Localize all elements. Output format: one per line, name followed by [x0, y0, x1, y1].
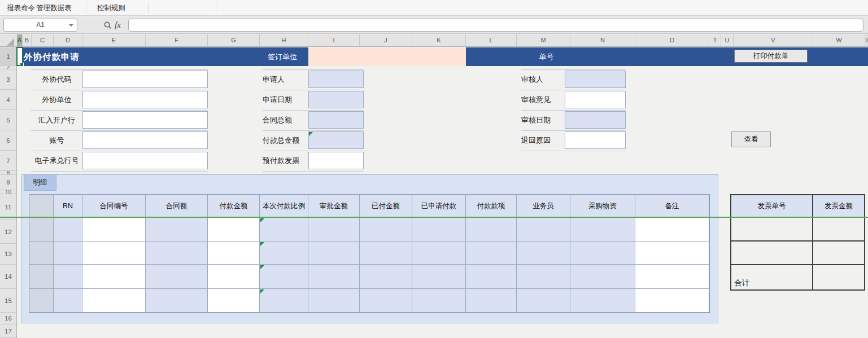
form-left-input-1[interactable]: [82, 91, 208, 108]
detail-cell-r2-c11[interactable]: [570, 265, 635, 289]
detail-cell-r3-c10[interactable]: [517, 289, 570, 313]
column-header-E[interactable]: E: [82, 34, 146, 46]
detail-cell-r2-c0[interactable]: [29, 265, 54, 289]
column-header-W[interactable]: W: [813, 34, 865, 46]
row-header-14[interactable]: 14: [0, 265, 16, 289]
row-header-13[interactable]: 13: [0, 244, 16, 265]
row-header-3[interactable]: 3: [0, 69, 16, 90]
form-left-input-2[interactable]: [82, 111, 208, 129]
detail-cell-r2-c7[interactable]: [360, 265, 412, 289]
select-all-corner-icon[interactable]: [7, 38, 14, 46]
form-right-input-2[interactable]: [565, 111, 626, 129]
detail-header-4[interactable]: 付款金额: [208, 195, 260, 218]
detail-header-5[interactable]: 本次付款比例: [260, 195, 308, 218]
detail-header-11[interactable]: 采购物资: [570, 195, 635, 218]
column-header-G[interactable]: G: [208, 34, 260, 46]
formula-input[interactable]: [128, 19, 863, 32]
chevron-down-icon[interactable]: [69, 24, 73, 27]
detail-cell-r2-c6[interactable]: [308, 265, 360, 289]
detail-cell-r2-c12[interactable]: [635, 265, 709, 289]
detail-cell-r0-c4[interactable]: [208, 218, 260, 242]
signing-unit-value-cell[interactable]: [308, 47, 466, 66]
column-header-B[interactable]: B: [23, 34, 32, 46]
detail-cell-r3-c9[interactable]: [466, 289, 517, 313]
column-header-V[interactable]: V: [734, 34, 813, 46]
detail-cell-r1-c2[interactable]: [82, 242, 146, 265]
invoice-cell-r1-c1[interactable]: [813, 242, 864, 265]
detail-cell-r2-c3[interactable]: [146, 265, 208, 289]
print-payment-button[interactable]: 打印付款单: [734, 50, 808, 63]
detail-cell-r1-c4[interactable]: [208, 242, 260, 265]
detail-cell-r1-c8[interactable]: [412, 242, 466, 265]
detail-cell-r3-c1[interactable]: [54, 289, 82, 313]
form-middle-input-1[interactable]: [308, 91, 364, 108]
form-left-input-3[interactable]: [82, 131, 208, 149]
row-header-6[interactable]: 6: [0, 130, 16, 151]
view-button[interactable]: 查看: [731, 131, 771, 147]
detail-cell-r3-c3[interactable]: [146, 289, 208, 313]
column-header-O[interactable]: O: [635, 34, 709, 46]
detail-cell-r1-c0[interactable]: [29, 242, 54, 265]
detail-header-3[interactable]: 合同额: [146, 195, 208, 218]
detail-cell-r0-c1[interactable]: [54, 218, 82, 242]
form-right-input-0[interactable]: [565, 71, 626, 88]
invoice-cell-r0-c1[interactable]: [813, 218, 864, 242]
form-middle-input-4[interactable]: [308, 152, 364, 169]
detail-cell-r2-c5[interactable]: [260, 265, 308, 289]
form-right-input-3[interactable]: [565, 131, 626, 149]
column-header-N[interactable]: N: [570, 34, 635, 46]
tab-detail[interactable]: 明细: [24, 174, 56, 191]
detail-cell-r1-c7[interactable]: [360, 242, 412, 265]
invoice-cell-r1-c0[interactable]: [731, 242, 813, 265]
column-header-I[interactable]: I: [308, 34, 360, 46]
row-header-9[interactable]: 9: [0, 175, 16, 190]
column-header-X[interactable]: X: [865, 34, 868, 46]
detail-cell-r3-c11[interactable]: [570, 289, 635, 313]
name-box[interactable]: A1: [3, 19, 77, 32]
detail-cell-r1-c6[interactable]: [308, 242, 360, 265]
detail-cell-r0-c8[interactable]: [412, 218, 466, 242]
toolbar-tab-2[interactable]: 控制规则: [97, 0, 125, 16]
detail-cell-r0-c10[interactable]: [517, 218, 570, 242]
row-header-1[interactable]: 1: [0, 47, 16, 66]
detail-cell-r1-c5[interactable]: [260, 242, 308, 265]
invoice-cell-r0-c0[interactable]: [731, 218, 813, 242]
detail-cell-r1-c1[interactable]: [54, 242, 82, 265]
detail-cell-r2-c8[interactable]: [412, 265, 466, 289]
column-header-U[interactable]: U: [721, 34, 734, 46]
detail-cell-r2-c1[interactable]: [54, 265, 82, 289]
detail-header-12[interactable]: 备注: [635, 195, 709, 218]
row-header-17[interactable]: 17: [0, 324, 16, 338]
detail-cell-r3-c7[interactable]: [360, 289, 412, 313]
invoice-header-1[interactable]: 发票金额: [813, 195, 864, 218]
fill-handle[interactable]: [20, 63, 24, 67]
detail-cell-r3-c4[interactable]: [208, 289, 260, 313]
column-header-D[interactable]: D: [54, 34, 82, 46]
column-header-K[interactable]: K: [412, 34, 466, 46]
detail-cell-r3-c2[interactable]: [82, 289, 146, 313]
toolbar-tab-0[interactable]: 报表命令: [7, 0, 35, 16]
row-header-5[interactable]: 5: [0, 110, 16, 130]
detail-cell-r2-c9[interactable]: [466, 265, 517, 289]
detail-cell-r0-c9[interactable]: [466, 218, 517, 242]
detail-cell-r3-c12[interactable]: [635, 289, 709, 313]
row-header-10[interactable]: 10: [0, 190, 16, 194]
row-header-7[interactable]: 7: [0, 151, 16, 171]
detail-header-0[interactable]: [29, 195, 54, 218]
row-header-12[interactable]: 12: [0, 220, 16, 244]
column-header-M[interactable]: M: [517, 34, 570, 46]
invoice-total-label[interactable]: 合计: [731, 265, 813, 289]
column-header-T[interactable]: T: [709, 34, 721, 46]
column-header-J[interactable]: J: [360, 34, 412, 46]
fx-icon[interactable]: fx: [115, 20, 121, 30]
magnifier-icon[interactable]: [103, 21, 112, 30]
detail-cell-r2-c2[interactable]: [82, 265, 146, 289]
detail-header-10[interactable]: 业务员: [517, 195, 570, 218]
detail-cell-r2-c4[interactable]: [208, 265, 260, 289]
form-middle-input-2[interactable]: [308, 111, 364, 129]
detail-header-8[interactable]: 已申请付款: [412, 195, 466, 218]
form-middle-input-3[interactable]: [308, 131, 364, 149]
detail-cell-r0-c6[interactable]: [308, 218, 360, 242]
toolbar-tab-1[interactable]: 管理数据表: [36, 0, 72, 16]
detail-header-2[interactable]: 合同编号: [82, 195, 146, 218]
